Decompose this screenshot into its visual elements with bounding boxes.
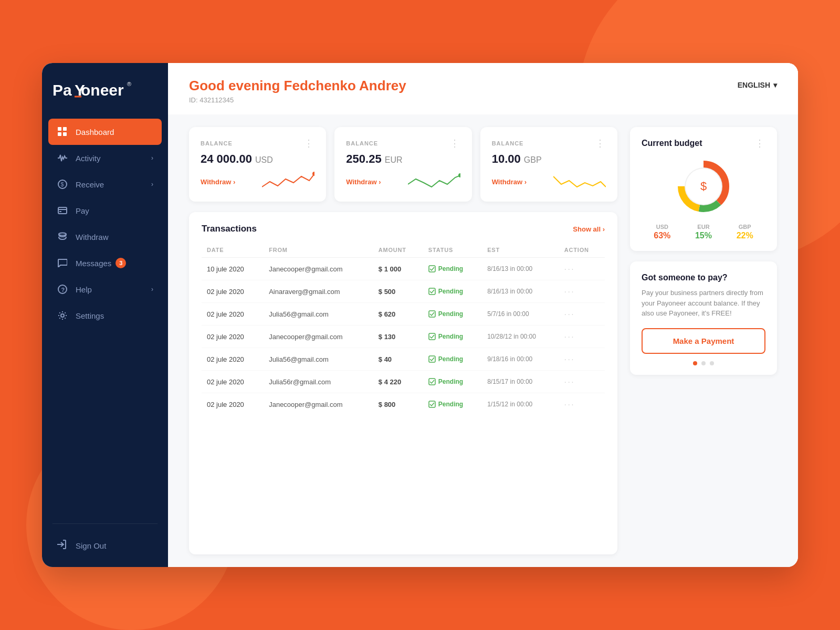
sidebar-nav: Dashboard Activity › $	[42, 113, 168, 518]
show-all-button[interactable]: Show all ›	[573, 225, 605, 233]
cell-date: 02 jule 2020	[202, 303, 264, 326]
balance-amount: 24 000.00 USD	[201, 152, 314, 166]
card-dot-1[interactable]	[693, 361, 697, 365]
messages-badge: 3	[116, 258, 126, 268]
table-row: 02 jule 2020 Janecooper@gmail.com $ 130 …	[202, 326, 605, 348]
cell-action[interactable]: ···	[559, 280, 605, 303]
transactions-card: Transactions Show all › DATE FROM AMOUNT…	[189, 212, 617, 554]
col-status: STATUS	[423, 243, 482, 258]
table-row: 02 jule 2020 Julia56@gmail.com $ 620 Pen…	[202, 303, 605, 326]
greeting-area: Good evening Fedchenko Andrey ID: 432112…	[189, 78, 406, 104]
cell-action[interactable]: ···	[559, 348, 605, 371]
sidebar-item-help[interactable]: ? Help ›	[42, 276, 168, 302]
sidebar-divider	[52, 523, 158, 524]
eur-chart	[408, 171, 460, 192]
row-action-button[interactable]: ···	[564, 355, 575, 363]
balance-label: BALANCE	[201, 140, 233, 146]
card-dot-2[interactable]	[701, 361, 706, 365]
cell-date: 02 jule 2020	[202, 371, 264, 393]
cell-action[interactable]: ···	[559, 393, 605, 416]
cell-from: Janecooper@gmail.com	[264, 326, 373, 348]
cell-action[interactable]: ···	[559, 326, 605, 348]
cell-est: 1/15/12 in 00:00	[482, 393, 559, 416]
svg-point-17	[61, 314, 64, 317]
make-payment-button[interactable]: Make a Payment	[642, 328, 765, 354]
svg-text:$: $	[61, 181, 64, 187]
budget-menu-button[interactable]: ⋮	[755, 138, 765, 149]
col-amount: AMOUNT	[373, 243, 423, 258]
card-dot-3[interactable]	[710, 361, 714, 365]
sidebar-item-label: Messages	[76, 259, 111, 268]
main-content: Good evening Fedchenko Andrey ID: 432112…	[168, 63, 798, 567]
cell-amount: $ 130	[373, 326, 423, 348]
cell-est: 9/18/16 in 00:00	[482, 348, 559, 371]
svg-rect-11	[58, 207, 67, 214]
sidebar-item-settings[interactable]: Settings	[42, 302, 168, 329]
cell-action[interactable]: ···	[559, 303, 605, 326]
left-panel: BALANCE ⋮ 24 000.00 USD Withdraw ›	[189, 127, 617, 554]
sign-out-icon	[57, 540, 68, 551]
sidebar-item-withdraw[interactable]: Withdraw	[42, 224, 168, 250]
sign-out-label: Sign Out	[76, 541, 106, 550]
cell-from: Julia56@gmail.com	[264, 348, 373, 371]
svg-point-20	[458, 173, 460, 177]
legend-eur: EUR 15%	[695, 224, 712, 240]
sign-out-button[interactable]: Sign Out	[42, 529, 168, 567]
language-selector[interactable]: ENGLISH ▾	[738, 81, 777, 89]
svg-rect-22	[429, 288, 435, 295]
cell-action[interactable]: ···	[559, 258, 605, 280]
chevron-down-icon: ▾	[773, 81, 777, 89]
cell-est: 8/15/17 in 00:00	[482, 371, 559, 393]
row-action-button[interactable]: ···	[564, 377, 575, 386]
balance-menu-button[interactable]: ⋮	[304, 138, 314, 149]
balance-menu-button[interactable]: ⋮	[595, 138, 606, 149]
row-action-button[interactable]: ···	[564, 265, 575, 273]
svg-text:Pa: Pa	[52, 81, 72, 99]
payoneer-logo: Pa Y oneer ®	[52, 78, 136, 101]
row-action-button[interactable]: ···	[564, 400, 575, 408]
svg-text:?: ?	[61, 287, 65, 293]
withdraw-link[interactable]: Withdraw ›	[492, 178, 527, 186]
dollar-center-icon: $	[700, 180, 707, 193]
svg-rect-26	[429, 379, 435, 385]
cell-amount: $ 500	[373, 280, 423, 303]
cell-amount: $ 1 000	[373, 258, 423, 280]
legend-usd-pct: 63%	[654, 231, 670, 240]
sidebar-item-messages[interactable]: Messages 3	[42, 250, 168, 276]
logo-area: Pa Y oneer ®	[42, 63, 168, 113]
card-icon	[57, 205, 68, 216]
cell-action[interactable]: ···	[559, 371, 605, 393]
sidebar-item-receive[interactable]: $ Receive ›	[42, 171, 168, 197]
payment-card: Got someone to pay? Pay your business pa…	[630, 261, 777, 375]
row-action-button[interactable]: ···	[564, 310, 575, 318]
row-action-button[interactable]: ···	[564, 332, 575, 341]
balance-amount: 10.00 GBP	[492, 152, 606, 166]
cell-from: Janecooper@gmail.com	[264, 258, 373, 280]
withdraw-link[interactable]: Withdraw ›	[346, 178, 381, 186]
sidebar-item-label: Activity	[76, 154, 101, 163]
table-row: 10 jule 2020 Janecooper@gmail.com $ 1 00…	[202, 258, 605, 280]
balance-menu-button[interactable]: ⋮	[450, 138, 460, 149]
database-icon	[57, 231, 68, 243]
row-action-button[interactable]: ···	[564, 287, 575, 296]
svg-rect-21	[429, 266, 435, 272]
cell-status: Pending	[423, 348, 482, 371]
budget-legend: USD 63% EUR 15% GBP 22%	[642, 224, 765, 240]
sidebar-item-dashboard[interactable]: Dashboard	[48, 119, 162, 145]
sidebar-item-pay[interactable]: Pay	[42, 197, 168, 224]
card-dots	[642, 361, 765, 365]
legend-usd-label: USD	[654, 224, 670, 230]
svg-point-14	[59, 233, 66, 236]
col-est: EST	[482, 243, 559, 258]
greeting-title: Good evening Fedchenko Andrey	[189, 78, 406, 94]
greeting-text: Good evening	[189, 78, 280, 93]
cell-from: Janecooper@gmail.com	[264, 393, 373, 416]
legend-gbp-pct: 22%	[737, 231, 753, 240]
cell-date: 02 jule 2020	[202, 326, 264, 348]
user-name: Fedchenko Andrey	[284, 78, 406, 93]
dollar-icon: $	[57, 178, 68, 190]
svg-rect-13	[59, 211, 61, 212]
sidebar-item-activity[interactable]: Activity ›	[42, 145, 168, 171]
withdraw-link[interactable]: Withdraw ›	[201, 178, 235, 186]
cell-status: Pending	[423, 280, 482, 303]
